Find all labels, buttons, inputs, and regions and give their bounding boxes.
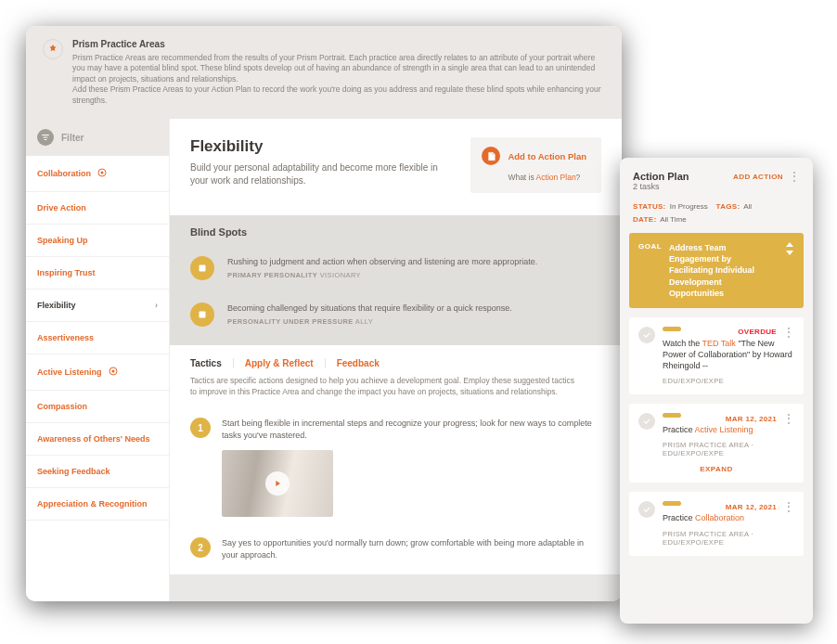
whatis-link[interactable]: What is Action Plan?: [482, 173, 586, 182]
video-thumbnail[interactable]: [222, 450, 333, 517]
sidebar-item-speaking-up[interactable]: Speaking Up: [26, 225, 169, 257]
banner-text: Prism Practice Areas Prism Practice Area…: [72, 39, 605, 106]
blind-spot-item: Becoming challenged by situations that r…: [170, 293, 622, 340]
banner-line1: Prism Practice Areas are recommended fro…: [72, 53, 605, 84]
desktop-window: Prism Practice Areas Prism Practice Area…: [26, 26, 622, 601]
target-icon: [97, 167, 108, 180]
sort-icon[interactable]: [785, 242, 794, 258]
tags-value[interactable]: All: [743, 202, 752, 211]
task-date: MAR 12, 2021: [726, 415, 777, 423]
action-plan-filters: STATUS: In Progress TAGS: All DATE: All …: [629, 200, 804, 233]
sidebar-item-label: Seeking Feedback: [37, 467, 110, 476]
sidebar-item-seeking-feedback[interactable]: Seeking Feedback: [26, 456, 169, 488]
sidebar-item-assertiveness[interactable]: Assertiveness: [26, 322, 169, 354]
tactic-body: Start being flexible in incremental step…: [222, 418, 601, 517]
task-pill: [663, 413, 681, 418]
more-icon[interactable]: ⋮: [779, 413, 794, 424]
sidebar-item-label: Assertiveness: [37, 333, 94, 342]
sidebar-item-label: Active Listening: [37, 367, 102, 377]
sidebar-item-active-listening[interactable]: Active Listening: [26, 354, 169, 391]
task-card[interactable]: MAR 12, 2021 ⋮ Practice Collaboration PR…: [629, 492, 804, 555]
task-meta: EDU/EXPO/EXPE: [663, 377, 794, 385]
task-pill: [663, 327, 681, 331]
task-card[interactable]: OVERDUE ⋮ Watch the TED Talk "The New Po…: [629, 317, 804, 394]
sidebar-item-label: Appreciation & Recognition: [37, 499, 148, 509]
sidebar-item-label: Collaboration: [37, 169, 91, 178]
banner-line2: Add these Prism Practice Areas to your A…: [72, 84, 605, 106]
filter-icon: [37, 129, 54, 146]
sidebar-item-collaboration[interactable]: Collaboration: [26, 156, 169, 192]
page-title: Flexibility: [190, 137, 450, 156]
expand-button[interactable]: EXPAND: [638, 457, 794, 473]
tab-apply-reflect[interactable]: Apply & Reflect: [245, 358, 326, 368]
action-plan-title: Action Plan: [633, 171, 689, 182]
hero-text: Flexibility Build your personal adaptabi…: [190, 137, 450, 187]
date-label: DATE:: [633, 215, 658, 224]
add-action-button[interactable]: ADD ACTION: [733, 173, 783, 181]
blind-spots-heading: Blind Spots: [170, 215, 622, 247]
banner-title: Prism Practice Areas: [72, 39, 605, 49]
task-card[interactable]: MAR 12, 2021 ⋮ Practice Active Listening…: [629, 404, 804, 483]
task-check[interactable]: [638, 327, 655, 343]
blind-spot-item: Rushing to judgment and action when obse…: [170, 247, 622, 293]
date-value[interactable]: All Time: [660, 215, 686, 224]
info-banner: Prism Practice Areas Prism Practice Area…: [26, 26, 622, 119]
sidebar-item-label: Flexibility: [37, 301, 76, 310]
blind-spots-list: Rushing to judgment and action when obse…: [170, 247, 622, 345]
task-date: OVERDUE: [738, 328, 777, 336]
more-icon[interactable]: ⋮: [779, 327, 794, 338]
sidebar-item-label: Drive Action: [37, 203, 86, 213]
hero: Flexibility Build your personal adaptabi…: [170, 119, 622, 215]
tactic-number: 1: [190, 418, 211, 438]
target-icon: [108, 366, 119, 379]
status-label: STATUS:: [633, 202, 668, 211]
sidebar-item-appreciation[interactable]: Appreciation & Recognition: [26, 488, 169, 521]
svg-point-1: [101, 172, 104, 174]
task-title: Practice Active Listening: [663, 424, 794, 435]
blind-spot-meta: PRIMARY PERSONALITY VISIONARY: [227, 271, 537, 279]
add-icon: [482, 147, 500, 165]
more-icon[interactable]: ⋮: [779, 501, 794, 512]
page-description: Build your personal adaptability and bec…: [190, 161, 450, 187]
goal-card[interactable]: GOAL Address Team Engagement by Facilita…: [629, 233, 804, 308]
more-icon[interactable]: ⋮: [785, 171, 800, 182]
sidebar-item-flexibility[interactable]: Flexibility ›: [26, 290, 169, 322]
chevron-right-icon: ›: [155, 301, 158, 310]
task-title: Practice Collaboration: [663, 512, 794, 523]
blind-spot-body: Becoming challenged by situations that r…: [227, 303, 512, 326]
blind-spot-text: Becoming challenged by situations that r…: [227, 303, 512, 314]
svg-rect-5: [200, 312, 206, 318]
mobile-title-block: Action Plan 2 tasks: [633, 171, 689, 191]
sidebar: Filter Collaboration Drive Action Speaki…: [26, 119, 170, 601]
tab-feedback[interactable]: Feedback: [337, 358, 391, 368]
task-title: Watch the TED Talk "The New Power of Col…: [663, 338, 794, 371]
sidebar-item-drive-action[interactable]: Drive Action: [26, 192, 169, 225]
sidebar-item-inspiring-trust[interactable]: Inspiring Trust: [26, 257, 169, 290]
tactic-body: Say yes to opportunities you'd normally …: [222, 537, 601, 560]
add-plan-label: Add to Action Plan: [508, 151, 586, 161]
blind-spot-icon: [190, 303, 214, 327]
add-to-action-plan-button[interactable]: Add to Action Plan: [482, 147, 586, 165]
content-area: Filter Collaboration Drive Action Speaki…: [26, 119, 622, 601]
tags-label: TAGS:: [716, 202, 742, 211]
task-check[interactable]: [638, 413, 655, 430]
status-value[interactable]: In Progress: [670, 202, 708, 211]
mobile-header-actions: ADD ACTION ⋮: [733, 171, 800, 182]
filter-button[interactable]: Filter: [26, 119, 169, 156]
sidebar-item-label: Speaking Up: [37, 236, 88, 245]
sidebar-item-label: Awareness of Others' Needs: [37, 434, 150, 444]
tactic-number: 2: [190, 537, 211, 558]
blind-spot-icon: [190, 256, 214, 280]
goal-text: Address Team Engagement by Facilitating …: [669, 242, 778, 299]
sidebar-item-compassion[interactable]: Compassion: [26, 391, 169, 423]
task-meta: PRISM PRACTICE AREA · EDU/EXPO/EXPE: [663, 530, 794, 547]
task-date: MAR 12, 2021: [726, 503, 777, 511]
mobile-action-plan-panel: Action Plan 2 tasks ADD ACTION ⋮ STATUS:…: [620, 158, 813, 624]
blind-spot-text: Rushing to judgment and action when obse…: [227, 256, 537, 267]
sidebar-item-awareness[interactable]: Awareness of Others' Needs: [26, 423, 169, 456]
tabs: Tactics Apply & Reflect Feedback: [190, 358, 601, 368]
tactic-text: Say yes to opportunities you'd normally …: [222, 537, 601, 560]
goal-label: GOAL: [638, 242, 662, 252]
task-check[interactable]: [638, 501, 655, 518]
tab-tactics[interactable]: Tactics: [190, 358, 234, 368]
